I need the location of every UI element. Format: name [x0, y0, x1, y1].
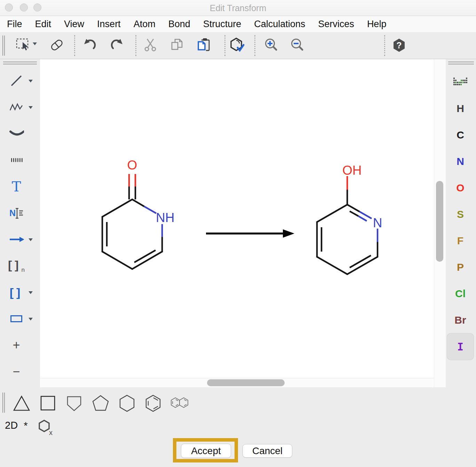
element-button-s[interactable]: S	[447, 201, 474, 228]
select-tool-dropdown[interactable]	[33, 42, 37, 45]
hexagon-x-icon: x	[38, 419, 54, 436]
plus-glyph: +	[13, 338, 20, 353]
chain-tool-button[interactable]	[9, 100, 24, 115]
product-hydroxyl-label[interactable]: OH	[342, 163, 362, 177]
toolbar-drag-handle[interactable]	[4, 35, 5, 56]
element-button-c[interactable]: C	[447, 121, 474, 149]
benzene-ring-icon	[144, 394, 162, 412]
dimension-mode-label[interactable]: 2D	[5, 420, 18, 431]
template-cyclopentane-down-button[interactable]	[64, 393, 84, 413]
template-cyclopropane-button[interactable]	[12, 393, 31, 413]
increase-charge-button[interactable]: +	[9, 338, 24, 353]
menu-view[interactable]: View	[64, 19, 84, 30]
menu-services[interactable]: Services	[318, 19, 354, 30]
template-cyclohexane-button[interactable]	[117, 393, 137, 413]
product-nitrogen-label[interactable]: N	[373, 216, 382, 230]
reaction-arrow-tool-button[interactable]	[9, 232, 24, 247]
periodic-table-button[interactable]	[447, 69, 474, 96]
reaction-arrow[interactable]	[206, 229, 294, 238]
periodic-table-icon	[453, 78, 467, 87]
horizontal-scrollbar-thumb[interactable]	[207, 379, 285, 386]
vertical-scrollbar-thumb[interactable]	[436, 181, 443, 262]
bracket-tool-dropdown[interactable]	[29, 291, 33, 294]
element-symbol: F	[457, 235, 463, 247]
help-button[interactable]: ?	[391, 38, 407, 54]
element-button-br[interactable]: Br	[447, 307, 474, 334]
copy-icon	[169, 38, 184, 53]
horizontal-scrollbar[interactable]	[40, 378, 434, 387]
palette-drag-handle[interactable]	[3, 64, 37, 64]
redo-button[interactable]	[110, 38, 124, 54]
menu-help[interactable]: Help	[367, 19, 387, 30]
element-button-f[interactable]: F	[447, 227, 474, 254]
help-icon: ?	[391, 38, 407, 53]
element-button-p[interactable]: P	[447, 254, 474, 281]
element-symbol: I	[457, 341, 463, 353]
element-button-cl[interactable]: Cl	[447, 280, 474, 307]
undo-button[interactable]	[83, 38, 97, 54]
menu-edit[interactable]: Edit	[35, 19, 51, 30]
atom-label-tool-button[interactable]: N	[9, 205, 24, 221]
bond-tool-dropdown[interactable]	[29, 80, 33, 82]
chain-tool-dropdown[interactable]	[29, 106, 33, 109]
cancel-button[interactable]: Cancel	[243, 444, 292, 458]
decrease-charge-button[interactable]: −	[9, 364, 24, 379]
element-button-i[interactable]: I	[447, 333, 474, 360]
element-symbol: C	[457, 129, 464, 141]
palette-drag-handle[interactable]	[3, 62, 37, 62]
rectangle-tool-dropdown[interactable]	[29, 318, 33, 320]
undo-icon	[83, 38, 97, 52]
select-tool-button[interactable]	[16, 38, 31, 54]
repeat-group-tool-button[interactable]: []n	[9, 258, 24, 274]
accept-button[interactable]: Accept	[181, 444, 231, 458]
reactant-oxygen-label[interactable]: O	[127, 158, 137, 172]
menu-calculations[interactable]: Calculations	[254, 19, 305, 30]
zoom-in-button[interactable]	[264, 38, 279, 54]
rectangle-tool-button[interactable]	[9, 311, 24, 326]
rectangle-icon	[10, 315, 22, 322]
check-structure-button[interactable]	[229, 37, 245, 54]
reactant-nh-label[interactable]: NH	[156, 211, 174, 225]
palette-drag-handle[interactable]	[448, 64, 474, 64]
zoom-out-button[interactable]	[290, 38, 305, 54]
template-cyclopentane-button[interactable]	[91, 393, 110, 413]
paste-button[interactable]	[196, 37, 212, 54]
element-symbol: H	[457, 103, 464, 114]
element-button-o[interactable]: O	[447, 174, 474, 201]
copy-button[interactable]	[169, 38, 184, 54]
any-atom-label[interactable]: *	[24, 420, 28, 432]
multiple-bond-tool-button[interactable]	[9, 152, 24, 168]
bond-tool-button[interactable]	[9, 73, 24, 88]
eraser-tool-button[interactable]	[49, 38, 64, 54]
element-symbol: N	[457, 156, 464, 167]
reactant-molecule[interactable]: O NH	[102, 158, 174, 269]
palette-drag-handle[interactable]	[448, 62, 474, 62]
arc-icon	[9, 126, 24, 141]
menu-structure[interactable]: Structure	[203, 19, 241, 30]
element-button-n[interactable]: N	[447, 148, 474, 175]
menu-insert[interactable]: Insert	[97, 19, 121, 30]
template-group-button[interactable]: x	[38, 419, 54, 437]
element-button-h[interactable]: H	[447, 95, 474, 122]
product-molecule[interactable]: OH N	[317, 163, 382, 274]
single-bond-icon	[9, 73, 24, 88]
toolbar-drag-handle[interactable]	[2, 35, 3, 56]
template-cyclobutane-button[interactable]	[38, 393, 57, 413]
menu-file[interactable]: File	[7, 19, 22, 30]
template-bar-drag-handle[interactable]	[2, 393, 3, 413]
cut-button[interactable]	[143, 38, 157, 54]
template-naphthalene-button[interactable]	[170, 393, 189, 413]
menu-atom[interactable]: Atom	[134, 19, 156, 30]
arc-tool-button[interactable]	[9, 126, 24, 141]
hexagon-ring-icon	[118, 394, 136, 412]
repeat-bracket-open: [	[8, 258, 15, 271]
template-benzene-button[interactable]	[143, 393, 163, 413]
drawing-canvas[interactable]: O NH	[40, 59, 434, 378]
bracket-tool-button[interactable]: []	[9, 285, 24, 300]
template-bar-drag-handle[interactable]	[4, 393, 5, 413]
vertical-scrollbar[interactable]	[434, 59, 446, 387]
zoom-out-icon	[290, 38, 305, 53]
text-tool-button[interactable]: T	[9, 179, 24, 194]
reaction-arrow-dropdown[interactable]	[29, 238, 33, 241]
menu-bond[interactable]: Bond	[168, 19, 190, 30]
